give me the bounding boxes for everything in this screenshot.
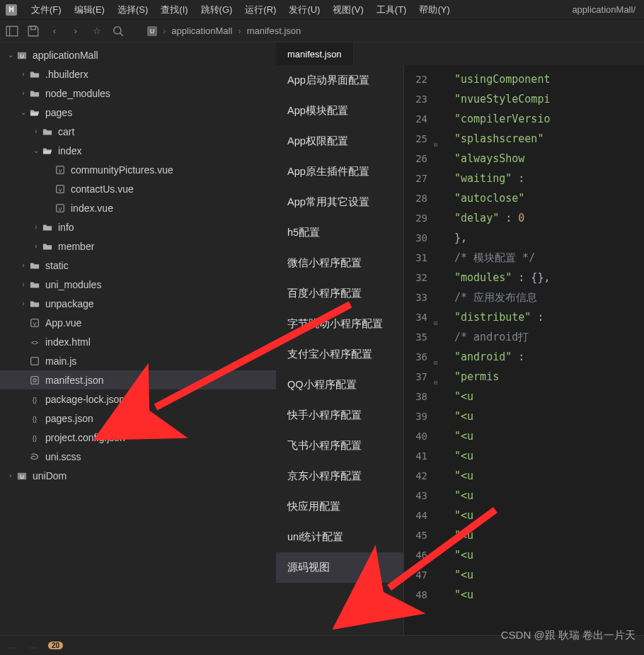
- tree-item-main-js[interactable]: main.js: [0, 351, 276, 370]
- chevron-icon[interactable]: ›: [6, 472, 16, 479]
- code-line[interactable]: "alwaysShow: [449, 149, 644, 169]
- chevron-icon[interactable]: ›: [18, 261, 28, 269]
- code-line[interactable]: "<u: [449, 585, 644, 605]
- breadcrumb-project[interactable]: applicationMall: [171, 25, 232, 36]
- settings-nav-item[interactable]: 京东小程序配置: [276, 461, 403, 491]
- settings-nav-item[interactable]: 微信小程序配置: [276, 248, 403, 278]
- menu-run[interactable]: 运行(R): [241, 2, 280, 18]
- settings-nav-item[interactable]: App常用其它设置: [276, 187, 403, 217]
- code-line[interactable]: "<u: [449, 387, 644, 406]
- tree-item-project-config-json[interactable]: {}project.config.json: [0, 428, 276, 447]
- chevron-icon[interactable]: ›: [31, 223, 41, 231]
- code-line[interactable]: /* 应用发布信息: [449, 287, 644, 307]
- tree-item-pages[interactable]: ⌄pages: [0, 103, 276, 122]
- settings-nav-item[interactable]: App原生插件配置: [276, 156, 403, 187]
- code-editor[interactable]: "usingComponent"nvueStyleCompi"compilerV…: [449, 65, 644, 635]
- settings-nav-item[interactable]: QQ小程序配置: [276, 370, 403, 400]
- menu-publish[interactable]: 发行(U): [284, 2, 324, 18]
- menu-edit[interactable]: 编辑(E): [70, 2, 109, 18]
- settings-nav-item[interactable]: App权限配置: [276, 126, 403, 156]
- chevron-icon[interactable]: ⌄: [18, 108, 28, 116]
- chevron-icon[interactable]: ⌄: [6, 51, 16, 59]
- tree-item-applicationmall[interactable]: ⌄UapplicationMall: [0, 45, 276, 64]
- save-icon[interactable]: [27, 25, 40, 38]
- nav-forward-icon[interactable]: ›: [69, 25, 82, 38]
- tree-item-pages-json[interactable]: {}pages.json: [0, 409, 276, 428]
- tab-manifest[interactable]: manifest.json: [276, 42, 354, 65]
- code-line[interactable]: "<u: [449, 466, 644, 486]
- code-line[interactable]: "usingComponent: [449, 69, 644, 89]
- fold-icon[interactable]: ⊟: [430, 373, 437, 380]
- code-line[interactable]: "compilerVersio: [449, 109, 644, 129]
- chevron-icon[interactable]: ›: [18, 280, 28, 288]
- tree-item-cart[interactable]: ›cart: [0, 122, 276, 141]
- code-line[interactable]: "nvueStyleCompi: [449, 89, 644, 109]
- code-line[interactable]: "<u: [449, 486, 644, 506]
- chevron-icon[interactable]: ›: [31, 242, 41, 250]
- tree-item-index[interactable]: ⌄index: [0, 141, 276, 160]
- tree-item-info[interactable]: ›info: [0, 217, 276, 237]
- settings-nav-item[interactable]: App启动界面配置: [276, 65, 403, 96]
- settings-nav-item[interactable]: 支付宝小程序配置: [276, 339, 403, 370]
- code-line[interactable]: "delay" : 0: [449, 208, 644, 228]
- menu-goto[interactable]: 跳转(G): [197, 2, 237, 18]
- fold-icon[interactable]: ⊟: [430, 135, 437, 142]
- tree-item-manifest-json[interactable]: manifest.json: [0, 370, 276, 389]
- code-line[interactable]: "distribute" :: [449, 307, 644, 327]
- settings-nav-item[interactable]: uni统计配置: [276, 522, 403, 552]
- settings-nav-item[interactable]: 百度小程序配置: [276, 278, 403, 309]
- tree-item-index-vue[interactable]: Vindex.vue: [0, 198, 276, 217]
- tree-item-node-modules[interactable]: ›node_modules: [0, 84, 276, 103]
- tree-item-static[interactable]: ›static: [0, 256, 276, 275]
- code-line[interactable]: "autoclose": [449, 188, 644, 208]
- tree-item-unpackage[interactable]: ›unpackage: [0, 294, 276, 313]
- menu-file[interactable]: 文件(F): [27, 2, 66, 18]
- code-line[interactable]: /* 模块配置 */: [449, 248, 644, 268]
- tree-item-app-vue[interactable]: VApp.vue: [0, 313, 276, 332]
- tree-item-uni-scss[interactable]: uni.scss: [0, 447, 276, 466]
- settings-nav-item[interactable]: 快应用配置: [276, 491, 403, 522]
- tree-item-member[interactable]: ›member: [0, 237, 276, 256]
- toggle-sidebar-icon[interactable]: [6, 25, 18, 38]
- code-line[interactable]: "<u: [449, 525, 644, 545]
- tree-item-contactus-vue[interactable]: VcontactUs.vue: [0, 179, 276, 198]
- tree-item-index-html[interactable]: <>index.html: [0, 332, 276, 351]
- chevron-icon[interactable]: ›: [18, 300, 28, 307]
- code-line[interactable]: "<u: [449, 565, 644, 585]
- settings-nav-item[interactable]: 源码视图: [276, 552, 403, 583]
- settings-nav-item[interactable]: App模块配置: [276, 96, 403, 126]
- settings-nav-item[interactable]: h5配置: [276, 217, 403, 248]
- star-icon[interactable]: ☆: [91, 25, 103, 38]
- code-line[interactable]: "<u: [449, 406, 644, 426]
- tree-item--hbuilderx[interactable]: ›.hbuilderx: [0, 64, 276, 84]
- menu-select[interactable]: 选择(S): [113, 2, 152, 18]
- breadcrumb-file[interactable]: manifest.json: [247, 25, 301, 36]
- fold-icon[interactable]: ⊟: [430, 353, 437, 360]
- code-line[interactable]: "<u: [449, 506, 644, 525]
- code-line[interactable]: /* android打: [449, 327, 644, 347]
- settings-nav-item[interactable]: 快手小程序配置: [276, 400, 403, 431]
- tree-item-unidom[interactable]: ›UuniDom: [0, 466, 276, 485]
- menu-view[interactable]: 视图(V): [328, 2, 367, 18]
- code-line[interactable]: "<u: [449, 446, 644, 466]
- menu-help[interactable]: 帮助(Y): [415, 2, 454, 18]
- menu-find[interactable]: 查找(I): [156, 2, 192, 18]
- code-line[interactable]: "waiting" :: [449, 169, 644, 188]
- tree-item-uni-modules[interactable]: ›uni_modules: [0, 275, 276, 294]
- code-line[interactable]: "splashscreen": [449, 129, 644, 149]
- settings-nav-item[interactable]: 字节跳动小程序配置: [276, 309, 403, 339]
- settings-nav-item[interactable]: 飞书小程序配置: [276, 431, 403, 461]
- chevron-icon[interactable]: ›: [18, 89, 28, 97]
- code-line[interactable]: "modules" : {},: [449, 268, 644, 287]
- fold-icon[interactable]: ⊟: [430, 314, 437, 321]
- code-line[interactable]: },: [449, 228, 644, 248]
- chevron-icon[interactable]: ›: [31, 127, 41, 135]
- chevron-icon[interactable]: ›: [18, 70, 28, 78]
- code-line[interactable]: "<u: [449, 426, 644, 446]
- menu-tools[interactable]: 工具(T): [372, 2, 411, 18]
- nav-back-icon[interactable]: ‹: [48, 25, 61, 38]
- code-line[interactable]: "permis: [449, 367, 644, 387]
- tree-item-communitypictures-vue[interactable]: VcommunityPictures.vue: [0, 160, 276, 179]
- code-line[interactable]: "<u: [449, 545, 644, 565]
- code-line[interactable]: "android" :: [449, 347, 644, 367]
